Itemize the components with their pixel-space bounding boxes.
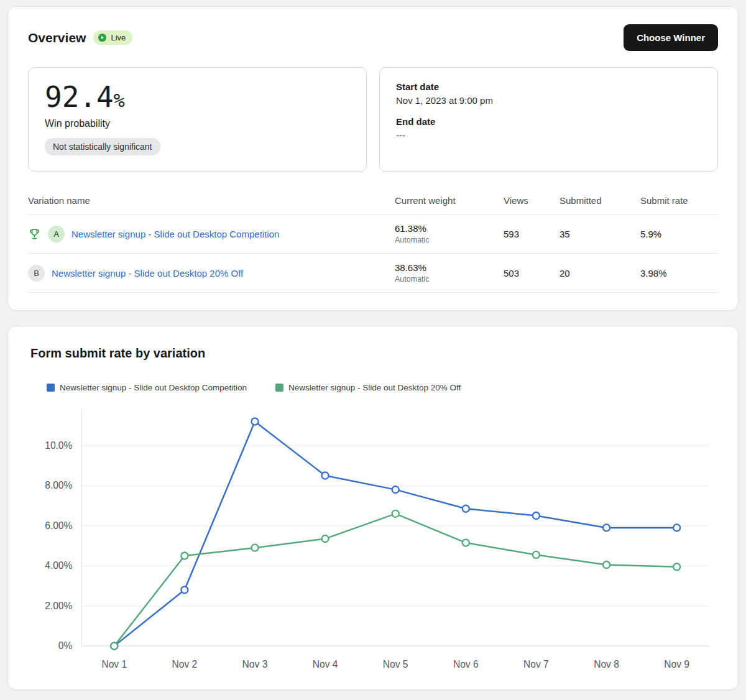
win-probability-unit: % — [114, 90, 125, 111]
svg-text:Nov 9: Nov 9 — [664, 659, 689, 670]
views-value-a: 593 — [504, 229, 560, 239]
views-value-b: 503 — [504, 268, 560, 279]
trophy-icon — [28, 228, 41, 241]
variation-link-b[interactable]: Newsletter signup - Slide out Desktop 20… — [52, 268, 243, 279]
live-status-label: Live — [111, 33, 126, 42]
col-header-views: Views — [504, 195, 560, 206]
end-date-value: --- — [396, 130, 701, 140]
win-probability-box: 92.4% Win probability Not statistically … — [28, 67, 367, 172]
variation-badge-a: A — [48, 226, 65, 242]
submit-rate-value-a: 5.9% — [640, 229, 718, 239]
weight-value-a: 61.38% — [395, 223, 504, 234]
svg-text:6.00%: 6.00% — [45, 520, 72, 531]
svg-text:Nov 8: Nov 8 — [594, 659, 619, 670]
win-probability-number: 92.4 — [45, 80, 114, 114]
submitted-value-a: 35 — [560, 229, 640, 239]
live-play-icon — [98, 33, 107, 42]
svg-text:Nov 3: Nov 3 — [242, 659, 268, 670]
variation-badge-b: B — [28, 265, 45, 282]
submitted-value-b: 20 — [560, 268, 640, 279]
win-probability-value: 92.4% — [45, 81, 350, 113]
svg-text:Nov 6: Nov 6 — [453, 659, 479, 670]
col-header-current-weight: Current weight — [395, 195, 504, 206]
submit-rate-line-chart: 0%2.00%4.00%6.00%8.00%10.0%Nov 1Nov 2Nov… — [28, 401, 718, 677]
table-row: B Newsletter signup - Slide out Desktop … — [28, 254, 718, 293]
svg-text:2.00%: 2.00% — [45, 601, 72, 611]
legend-item-competition: Newsletter signup - Slide out Desktop Co… — [47, 383, 247, 392]
table-row: A Newsletter signup - Slide out Desktop … — [28, 214, 718, 254]
chart-title: Form submit rate by variation — [30, 346, 718, 361]
svg-text:10.0%: 10.0% — [45, 440, 72, 451]
col-header-variation-name: Variation name — [28, 195, 395, 206]
overview-header: Overview Live Choose Winner — [28, 24, 718, 51]
significance-badge: Not statistically significant — [45, 138, 160, 155]
page-title: Overview — [28, 30, 86, 45]
svg-text:0%: 0% — [58, 640, 73, 651]
submit-rate-value-b: 3.98% — [640, 268, 718, 279]
choose-winner-button[interactable]: Choose Winner — [624, 24, 718, 51]
legend-item-20off: Newsletter signup - Slide out Desktop 20… — [275, 383, 461, 392]
svg-text:Nov 2: Nov 2 — [172, 659, 198, 670]
weight-value-b: 38.63% — [395, 262, 504, 273]
weight-mode-b: Automatic — [395, 275, 504, 283]
legend-label-20off: Newsletter signup - Slide out Desktop 20… — [288, 383, 461, 392]
svg-text:8.00%: 8.00% — [45, 480, 72, 490]
chart-legend: Newsletter signup - Slide out Desktop Co… — [47, 383, 718, 392]
col-header-submit-rate: Submit rate — [640, 195, 718, 206]
variation-link-a[interactable]: Newsletter signup - Slide out Desktop Co… — [71, 229, 279, 239]
svg-text:Nov 7: Nov 7 — [523, 659, 549, 670]
win-probability-label: Win probability — [45, 118, 350, 129]
legend-label-competition: Newsletter signup - Slide out Desktop Co… — [60, 383, 247, 392]
weight-mode-a: Automatic — [395, 236, 504, 244]
table-header-row: Variation name Current weight Views Subm… — [28, 191, 718, 214]
legend-swatch-blue — [47, 384, 55, 392]
col-header-submitted: Submitted — [560, 195, 640, 206]
svg-text:Nov 5: Nov 5 — [383, 659, 408, 670]
legend-swatch-green — [275, 384, 283, 392]
svg-text:Nov 4: Nov 4 — [313, 659, 338, 670]
overview-card: Overview Live Choose Winner 92.4% Win pr… — [7, 6, 739, 311]
dates-box: Start date Nov 1, 2023 at 9:00 pm End da… — [379, 67, 718, 172]
end-date-label: End date — [396, 116, 701, 127]
start-date-value: Nov 1, 2023 at 9:00 pm — [396, 95, 701, 106]
start-date-label: Start date — [396, 81, 701, 92]
svg-text:Nov 1: Nov 1 — [101, 659, 127, 670]
chart-card: Form submit rate by variation Newsletter… — [7, 326, 739, 690]
live-status-badge: Live — [93, 30, 132, 45]
svg-text:4.00%: 4.00% — [45, 560, 72, 571]
variations-table: Variation name Current weight Views Subm… — [28, 191, 718, 293]
